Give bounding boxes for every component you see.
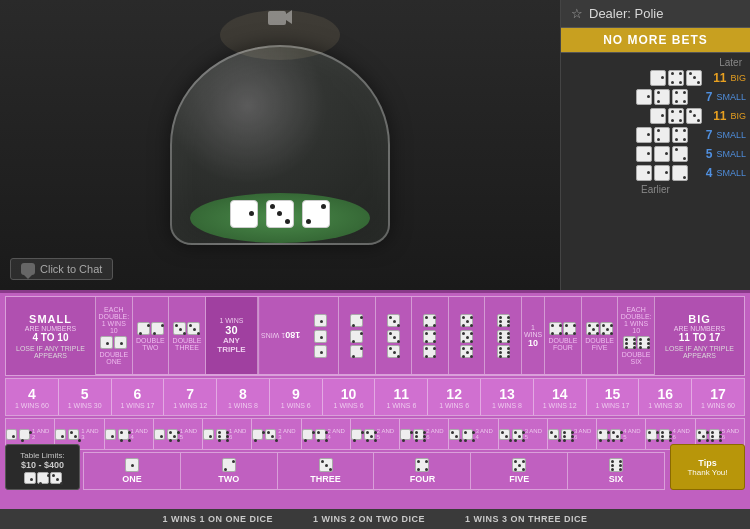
betting-table: SMALL ARE NUMBERS 4 TO 10 LOSE IF ANY TR… bbox=[0, 290, 750, 529]
big-desc: ARE NUMBERS bbox=[674, 325, 725, 332]
num-7-bet[interactable]: 71 WINS 12 bbox=[164, 379, 217, 415]
num-9-bet[interactable]: 91 WINS 6 bbox=[270, 379, 323, 415]
svg-marker-1 bbox=[286, 10, 292, 24]
combo-1-5[interactable]: 1 AND 5 bbox=[154, 419, 203, 449]
any-triple-odds: 30 bbox=[225, 324, 237, 336]
history-row: 4 SMALL bbox=[565, 165, 746, 181]
combo-1-6[interactable]: 1 AND 6 bbox=[203, 419, 252, 449]
double-six-label: DOUBLE SIX bbox=[620, 351, 652, 365]
dealer-bar: ☆ Dealer: Polie bbox=[561, 0, 750, 28]
history-dice bbox=[650, 70, 702, 86]
triple-three-bet[interactable] bbox=[376, 297, 413, 374]
star-icon: ☆ bbox=[571, 6, 583, 21]
double-six-bet[interactable]: EACH DOUBLE: 1 WINS 10 DOUBLE SIX bbox=[618, 297, 654, 374]
small-title: SMALL bbox=[29, 313, 72, 325]
footer-text-2: 1 WINS 2 ON TWO DICE bbox=[313, 514, 425, 524]
two-bet[interactable]: TWO bbox=[181, 453, 278, 489]
right-doubles-header: 1 WINS 10 bbox=[522, 297, 545, 374]
double-two-dice bbox=[137, 322, 164, 335]
history-type: SMALL bbox=[716, 168, 746, 178]
triple-six-bet[interactable] bbox=[485, 297, 522, 374]
die-1 bbox=[230, 200, 258, 228]
history-dice bbox=[636, 146, 688, 162]
big-bet-cell[interactable]: BIG ARE NUMBERS 11 TO 17 LOSE IF ANY TRI… bbox=[654, 297, 744, 375]
history-value: 11 bbox=[706, 71, 726, 85]
double-three-dice bbox=[173, 322, 200, 335]
triple-two-bet[interactable] bbox=[339, 297, 376, 374]
combo-2-3[interactable]: 2 AND 3 bbox=[252, 419, 301, 449]
num-10-bet[interactable]: 101 WINS 6 bbox=[323, 379, 376, 415]
num-13-bet[interactable]: 131 WINS 8 bbox=[481, 379, 534, 415]
top-section: Click to Chat ☆ Dealer: Polie NO MORE BE… bbox=[0, 0, 750, 290]
chat-label: Click to Chat bbox=[40, 263, 102, 275]
history-value: 4 bbox=[692, 166, 712, 180]
earlier-label: Earlier bbox=[565, 184, 746, 195]
six-bet[interactable]: SIX bbox=[568, 453, 664, 489]
num-11-bet[interactable]: 111 WINS 6 bbox=[375, 379, 428, 415]
triple-one-bet[interactable] bbox=[302, 297, 339, 374]
combo-2-6[interactable]: 2 AND 6 bbox=[400, 419, 449, 449]
num-6-bet[interactable]: 61 WINS 17 bbox=[112, 379, 165, 415]
die-3 bbox=[302, 200, 330, 228]
middle-bets: EACH DOUBLE: 1 WINS 10 DOUBLE ONE bbox=[96, 297, 654, 375]
each-double-label-left: EACH DOUBLE: bbox=[98, 306, 130, 320]
combo-2-4[interactable]: 2 AND 4 bbox=[302, 419, 351, 449]
small-bet-cell[interactable]: SMALL ARE NUMBERS 4 TO 10 LOSE IF ANY TR… bbox=[6, 297, 96, 375]
right-panel: ☆ Dealer: Polie NO MORE BETS Later 11 BI… bbox=[560, 0, 750, 290]
numbers-betting-row: 41 WINS 60 51 WINS 30 61 WINS 17 71 WINS… bbox=[5, 378, 745, 416]
double-four-bet[interactable]: DOUBLE FOUR bbox=[545, 297, 582, 374]
footer-text-1: 1 WINS 1 ON ONE DICE bbox=[162, 514, 273, 524]
num-5-bet[interactable]: 51 WINS 30 bbox=[59, 379, 112, 415]
triple-five-bet[interactable] bbox=[449, 297, 486, 374]
history-row: 5 SMALL bbox=[565, 146, 746, 162]
double-two-label: DOUBLE TWO bbox=[135, 337, 167, 351]
any-triple-label: ANY TRIPLE bbox=[208, 336, 255, 354]
history-type: BIG bbox=[730, 73, 746, 83]
three-bet[interactable]: THREE bbox=[278, 453, 375, 489]
small-lose: LOSE IF ANY TRIPLE APPEARS bbox=[9, 345, 92, 359]
combo-4-5[interactable]: 4 AND 5 bbox=[597, 419, 646, 449]
history-dice bbox=[650, 108, 702, 124]
num-16-bet[interactable]: 161 WINS 30 bbox=[639, 379, 692, 415]
combo-3-6[interactable]: 3 AND 6 bbox=[548, 419, 597, 449]
tips-box[interactable]: Tips Thank You! bbox=[670, 444, 745, 490]
num-12-bet[interactable]: 121 WINS 6 bbox=[428, 379, 481, 415]
combo-1-4[interactable]: 1 AND 4 bbox=[105, 419, 154, 449]
double-five-bet[interactable]: DOUBLE FIVE bbox=[582, 297, 619, 374]
double-three-bet[interactable]: DOUBLE THREE bbox=[169, 297, 206, 374]
each-double-odds-left: 1 WINS 10 bbox=[98, 320, 130, 334]
num-4-bet[interactable]: 41 WINS 60 bbox=[6, 379, 59, 415]
later-label: Later bbox=[565, 57, 746, 68]
triple-four-bet[interactable] bbox=[412, 297, 449, 374]
top-betting-row: SMALL ARE NUMBERS 4 TO 10 LOSE IF ANY TR… bbox=[5, 296, 745, 376]
num-8-bet[interactable]: 81 WINS 8 bbox=[217, 379, 270, 415]
combo-3-5[interactable]: 3 AND 5 bbox=[499, 419, 548, 449]
dice-in-dome bbox=[230, 200, 330, 228]
dice-names-row: ONE TWO THREE FOUR FIVE bbox=[83, 452, 665, 490]
small-range: 4 TO 10 bbox=[33, 332, 69, 343]
combo-2-5[interactable]: 2 AND 5 bbox=[351, 419, 400, 449]
chat-button[interactable]: Click to Chat bbox=[10, 258, 113, 280]
combo-3-4[interactable]: 3 AND 4 bbox=[449, 419, 498, 449]
one-bet[interactable]: ONE bbox=[84, 453, 181, 489]
double-two-bet[interactable]: DOUBLE TWO bbox=[133, 297, 170, 374]
any-triple-bet[interactable]: 1 WINS 30 ANY TRIPLE bbox=[206, 297, 258, 374]
num-17-bet[interactable]: 171 WINS 60 bbox=[692, 379, 744, 415]
dice-dome bbox=[170, 45, 390, 245]
table-limits: Table Limits: $10 - $400 bbox=[5, 444, 80, 490]
big-range: 11 TO 17 bbox=[679, 332, 721, 343]
right-each-double-odds: 1 WINS 10 bbox=[620, 320, 652, 334]
num-14-bet[interactable]: 141 WINS 12 bbox=[534, 379, 587, 415]
history-value: 7 bbox=[692, 128, 712, 142]
five-bet[interactable]: FIVE bbox=[471, 453, 568, 489]
history-area: Later 11 BIG 7 SMALL bbox=[561, 53, 750, 290]
double-one-bet[interactable]: EACH DOUBLE: 1 WINS 10 DOUBLE ONE bbox=[96, 297, 133, 374]
num-15-bet[interactable]: 151 WINS 17 bbox=[587, 379, 640, 415]
table-limits-range: $10 - $400 bbox=[21, 460, 64, 470]
four-bet[interactable]: FOUR bbox=[374, 453, 471, 489]
doubles-row: EACH DOUBLE: 1 WINS 10 DOUBLE ONE bbox=[96, 297, 654, 375]
big-lose: LOSE IF ANY TRIPLE APPEARS bbox=[658, 345, 741, 359]
history-dice bbox=[636, 127, 688, 143]
double-one-label: DOUBLE ONE bbox=[98, 351, 130, 365]
dealer-name: Dealer: Polie bbox=[589, 6, 663, 21]
